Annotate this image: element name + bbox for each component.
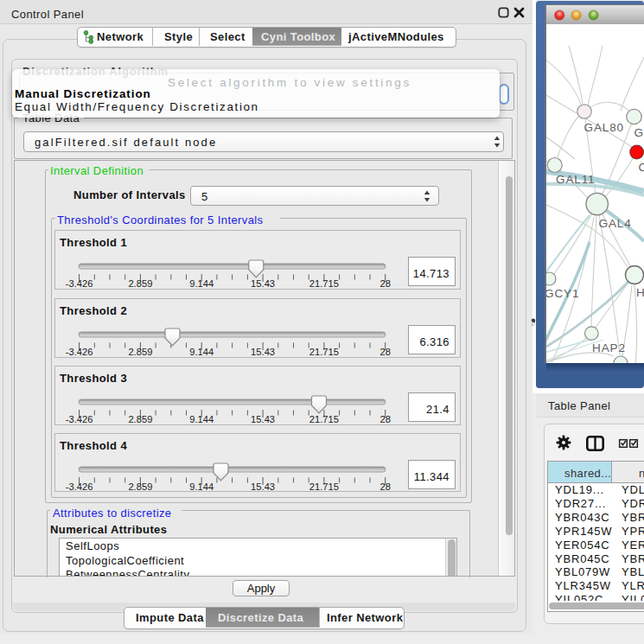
svg-text:21.715: 21.715: [309, 278, 339, 289]
svg-text:2.859: 2.859: [128, 414, 152, 424]
svg-text:-3.426: -3.426: [66, 414, 93, 424]
svg-text:2.859: 2.859: [128, 347, 152, 357]
svg-text:-3.426: -3.426: [66, 278, 93, 289]
svg-text:GA: GA: [634, 126, 644, 139]
svg-text:GCY1: GCY1: [545, 287, 579, 300]
svg-text:15.43: 15.43: [251, 347, 275, 357]
svg-text:21.715: 21.715: [309, 481, 339, 492]
svg-text:9.144: 9.144: [189, 414, 214, 424]
svg-text:9.144: 9.144: [189, 481, 214, 492]
svg-text:HI: HI: [636, 286, 644, 299]
svg-text:21.715: 21.715: [309, 414, 339, 424]
svg-text:9.144: 9.144: [189, 347, 214, 357]
svg-text:28: 28: [379, 347, 390, 357]
svg-text:GAL80: GAL80: [584, 121, 625, 134]
svg-text:9.144: 9.144: [189, 278, 214, 289]
svg-text:HAP2: HAP2: [592, 341, 626, 354]
svg-text:15.43: 15.43: [251, 278, 275, 289]
svg-text:GAL4: GAL4: [599, 217, 632, 230]
svg-text:21.715: 21.715: [309, 347, 339, 357]
svg-text:-3.426: -3.426: [66, 481, 93, 492]
svg-text:C: C: [639, 161, 644, 174]
svg-text:28: 28: [379, 481, 390, 492]
svg-text:15.43: 15.43: [251, 481, 275, 492]
svg-text:2.859: 2.859: [128, 481, 152, 492]
svg-text:2.859: 2.859: [128, 278, 152, 289]
svg-text:GAL11: GAL11: [556, 173, 596, 186]
svg-text:15.43: 15.43: [251, 414, 275, 424]
svg-text:28: 28: [379, 414, 390, 424]
svg-text:28: 28: [379, 278, 390, 289]
svg-text:-3.426: -3.426: [66, 347, 93, 357]
